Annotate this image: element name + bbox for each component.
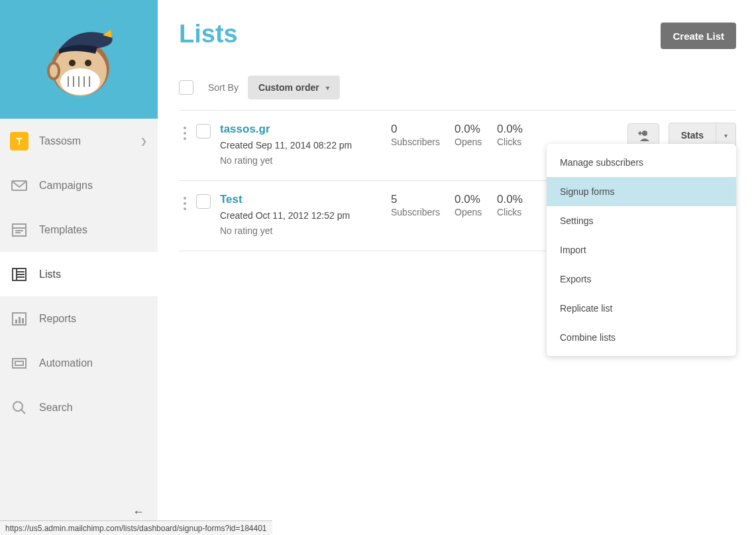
stat-value: 0.0% xyxy=(455,193,497,206)
automation-icon xyxy=(10,354,28,373)
dropdown-item-settings[interactable]: Settings xyxy=(547,206,736,235)
row-checkbox[interactable] xyxy=(196,194,211,209)
svg-point-9 xyxy=(69,60,76,66)
dropdown-item-import[interactable]: Import xyxy=(547,235,736,265)
dropdown-item-manage-subscribers[interactable]: Manage subscribers xyxy=(547,148,736,177)
nav-label: Search xyxy=(39,402,147,414)
svg-point-29 xyxy=(13,402,23,411)
nav-label: Reports xyxy=(39,313,147,325)
row-info: Test Created Oct 11, 2012 12:52 pm No ra… xyxy=(220,193,391,236)
row-checkbox[interactable] xyxy=(196,124,211,139)
list-name-link[interactable]: Test xyxy=(220,193,391,206)
list-created: Created Oct 11, 2012 12:52 pm xyxy=(220,210,391,221)
create-list-button[interactable]: Create List xyxy=(661,23,736,49)
dropdown-item-replicate-list[interactable]: Replicate list xyxy=(547,294,736,323)
stat-value: 5 xyxy=(391,193,455,206)
stat-subscribers: 5 Subscribers xyxy=(391,193,455,217)
sort-by-label: Sort By xyxy=(208,82,239,93)
drag-handle-icon[interactable] xyxy=(179,193,191,210)
nav-label: Lists xyxy=(39,268,147,280)
stat-label: Clicks xyxy=(497,137,521,147)
stats-dropdown-menu: Manage subscribers Signup forms Settings… xyxy=(547,144,736,356)
stat-label: Subscribers xyxy=(391,207,440,217)
list-toolbar: Sort By Custom order ▾ xyxy=(179,76,736,110)
mailchimp-logo-icon xyxy=(39,17,119,103)
avatar: T xyxy=(10,132,28,150)
page-header: Lists Create List xyxy=(179,20,736,49)
svg-point-10 xyxy=(85,60,91,66)
nav-search[interactable]: Search xyxy=(0,385,158,430)
svg-line-30 xyxy=(21,410,25,414)
stat-label: Subscribers xyxy=(391,137,440,147)
svg-rect-26 xyxy=(22,318,24,324)
list-rating: No rating yet xyxy=(220,155,272,166)
nav-user[interactable]: T Tassosm ❯ xyxy=(0,119,158,163)
svg-rect-25 xyxy=(19,317,21,324)
dropdown-item-exports[interactable]: Exports xyxy=(547,265,736,294)
chevron-down-icon: ▾ xyxy=(326,84,329,91)
stat-clicks: 0.0% Clicks xyxy=(497,123,539,147)
list-created: Created Sep 11, 2014 08:22 pm xyxy=(220,140,391,150)
nav-label: Automation xyxy=(39,357,147,369)
stat-label: Opens xyxy=(455,137,482,147)
barchart-icon xyxy=(10,310,28,328)
nav-user-label: Tassosm xyxy=(39,135,140,147)
logo[interactable] xyxy=(0,0,158,119)
stat-value: 0.0% xyxy=(455,123,497,136)
list-icon xyxy=(10,265,28,284)
stat-clicks: 0.0% Clicks xyxy=(497,193,539,217)
chevron-right-icon: ❯ xyxy=(140,137,147,146)
stat-subscribers: 0 Subscribers xyxy=(391,123,455,147)
sort-dropdown-value: Custom order xyxy=(258,82,319,93)
stat-opens: 0.0% Opens xyxy=(455,123,497,147)
nav-templates[interactable]: Templates xyxy=(0,208,158,252)
sidebar: T Tassosm ❯ Campaigns Templates Lists xyxy=(0,0,158,535)
stat-value: 0.0% xyxy=(497,123,539,136)
nav-label: Campaigns xyxy=(39,180,147,192)
stat-label: Clicks xyxy=(497,207,521,217)
stat-value: 0 xyxy=(391,123,455,136)
svg-rect-28 xyxy=(15,361,23,365)
list-row: tassos.gr Created Sep 11, 2014 08:22 pm … xyxy=(179,111,736,181)
nav: T Tassosm ❯ Campaigns Templates Lists xyxy=(0,119,158,430)
stat-value: 0.0% xyxy=(497,193,539,206)
search-icon xyxy=(10,398,28,417)
chevron-down-icon: ▾ xyxy=(724,132,728,139)
drag-handle-icon[interactable] xyxy=(179,123,191,140)
dropdown-item-combine-lists[interactable]: Combine lists xyxy=(547,323,736,352)
main-content: Lists Create List Sort By Custom order ▾… xyxy=(158,0,756,535)
dropdown-item-signup-forms[interactable]: Signup forms xyxy=(547,177,736,206)
svg-rect-24 xyxy=(15,320,17,324)
nav-reports[interactable]: Reports xyxy=(0,296,158,341)
row-info: tassos.gr Created Sep 11, 2014 08:22 pm … xyxy=(220,123,391,166)
status-bar: https://us5.admin.mailchimp.com/lists/da… xyxy=(0,520,272,535)
collapse-sidebar-icon[interactable]: ← xyxy=(133,505,144,519)
sort-dropdown[interactable]: Custom order ▾ xyxy=(248,76,340,99)
svg-point-31 xyxy=(642,131,647,136)
template-icon xyxy=(10,221,28,239)
nav-automation[interactable]: Automation xyxy=(0,341,158,385)
page-title: Lists xyxy=(179,20,238,48)
stat-label: Opens xyxy=(455,207,482,217)
select-all-checkbox[interactable] xyxy=(179,80,193,95)
list-rating: No rating yet xyxy=(220,225,272,236)
svg-point-12 xyxy=(50,64,58,78)
stat-opens: 0.0% Opens xyxy=(455,193,497,217)
add-person-icon xyxy=(636,129,651,141)
envelope-icon xyxy=(10,176,28,195)
nav-label: Templates xyxy=(39,224,147,236)
nav-campaigns[interactable]: Campaigns xyxy=(0,163,158,208)
nav-lists[interactable]: Lists xyxy=(0,252,158,296)
list-table: tassos.gr Created Sep 11, 2014 08:22 pm … xyxy=(179,110,736,251)
list-name-link[interactable]: tassos.gr xyxy=(220,123,391,136)
status-url: https://us5.admin.mailchimp.com/lists/da… xyxy=(5,524,267,533)
